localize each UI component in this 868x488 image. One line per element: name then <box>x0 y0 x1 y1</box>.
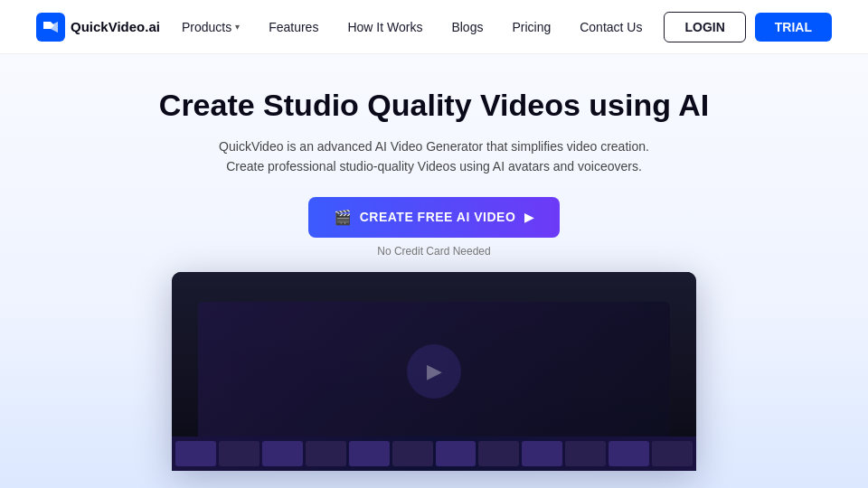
hero-subtitle: QuickVideo is an advanced AI Video Gener… <box>217 136 651 177</box>
hero-cta-wrapper: 🎬 CREATE FREE AI VIDEO ▶ No Credit Card … <box>308 197 560 258</box>
film-thumb-2 <box>219 441 259 466</box>
nav-link-how-it-works[interactable]: How It Works <box>347 20 422 34</box>
film-thumb-5 <box>349 441 390 466</box>
hero-title-text: Create Studio Quality Videos using AI <box>159 88 709 122</box>
nav-link-pricing[interactable]: Pricing <box>512 20 551 34</box>
nav-link-blogs[interactable]: Blogs <box>451 20 483 34</box>
nav-item-blogs[interactable]: Blogs <box>451 19 483 35</box>
logo-text: QuickVideo.ai <box>71 19 160 34</box>
film-icon: 🎬 <box>334 209 353 226</box>
nav-links: Products ▾ Features How It Works Blogs P… <box>182 19 643 35</box>
create-video-button[interactable]: 🎬 CREATE FREE AI VIDEO ▶ <box>308 197 560 238</box>
hero-title: Create Studio Quality Videos using AI <box>159 87 709 124</box>
nav-item-features[interactable]: Features <box>269 19 318 35</box>
film-strip <box>172 436 696 471</box>
products-label: Products <box>182 20 231 34</box>
film-thumb-1 <box>175 441 216 466</box>
login-button[interactable]: LOGIN <box>664 12 745 42</box>
film-thumb-6 <box>392 441 433 466</box>
arrow-right-icon: ▶ <box>524 211 534 224</box>
nav-item-pricing[interactable]: Pricing <box>512 19 551 35</box>
nav-item-how-it-works[interactable]: How It Works <box>347 19 422 35</box>
chevron-down-icon: ▾ <box>235 22 240 32</box>
film-thumb-3 <box>262 441 303 466</box>
film-thumb-8 <box>478 441 519 466</box>
logo[interactable]: QuickVideo.ai <box>36 13 160 42</box>
hero-section: Create Studio Quality Videos using AI Qu… <box>0 54 868 488</box>
film-thumb-9 <box>522 441 562 466</box>
nav-item-products[interactable]: Products ▾ <box>182 20 240 34</box>
navbar: QuickVideo.ai Products ▾ Features How It… <box>0 0 868 54</box>
create-video-label: CREATE FREE AI VIDEO <box>360 210 516 224</box>
video-inner-frame: ▶ <box>198 302 670 441</box>
play-circle[interactable]: ▶ <box>407 344 461 399</box>
play-icon: ▶ <box>427 360 442 383</box>
nav-item-contact-us[interactable]: Contact Us <box>580 19 642 35</box>
nav-link-features[interactable]: Features <box>269 20 318 34</box>
video-preview[interactable]: ▶ 🔇 <box>172 272 696 471</box>
film-thumb-12 <box>652 441 693 466</box>
nav-link-contact-us[interactable]: Contact Us <box>580 20 642 34</box>
film-thumb-10 <box>565 441 606 466</box>
film-thumb-11 <box>609 441 649 466</box>
film-thumb-7 <box>436 441 476 466</box>
film-thumb-4 <box>306 441 346 466</box>
nav-actions: LOGIN TRIAL <box>664 12 832 42</box>
nav-link-products[interactable]: Products ▾ <box>182 20 240 34</box>
trial-button[interactable]: TRIAL <box>755 13 832 42</box>
logo-icon <box>36 13 65 42</box>
no-credit-note: No Credit Card Needed <box>377 245 490 258</box>
